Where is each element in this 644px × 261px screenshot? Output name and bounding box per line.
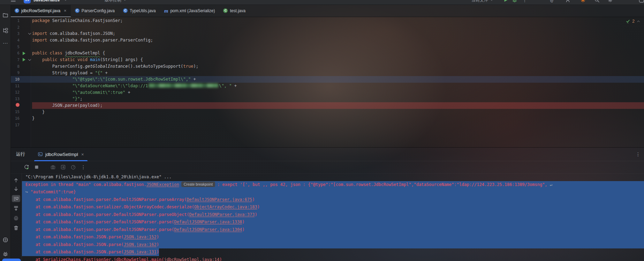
debug-button[interactable] bbox=[512, 0, 517, 4]
line-number: 17 bbox=[10, 123, 21, 127]
run-tool-window: 运行 jdbcRowSetImpl × ⋮ bbox=[10, 147, 644, 261]
run-line-icon[interactable] bbox=[23, 58, 25, 61]
line-number: 6 bbox=[10, 51, 21, 55]
tab-label: jdbcRowSetImpl.java bbox=[21, 8, 60, 13]
console-text: at com.alibaba.fastjson.parser.DefaultJS… bbox=[25, 212, 189, 217]
code-line-15: 15 } bbox=[10, 109, 644, 115]
console-text: ) bbox=[257, 204, 260, 209]
stop-button[interactable] bbox=[34, 164, 39, 170]
scroll-down-icon[interactable] bbox=[13, 186, 19, 192]
code-text: public class jdbcRowSetlmpl { bbox=[32, 50, 644, 57]
console-text: ) bbox=[157, 249, 159, 254]
stacktrace-link[interactable]: JSON.java:162 bbox=[124, 242, 157, 247]
code-line-4: 4import com.alibaba.fastjson.parser.Pars… bbox=[10, 37, 644, 44]
fold-chevron-icon[interactable] bbox=[28, 58, 31, 61]
stacktrace-link[interactable]: DefaultJSONParser.java:675 bbox=[187, 197, 252, 202]
chevron-up-icon[interactable] bbox=[636, 19, 641, 23]
close-tab-icon[interactable]: × bbox=[64, 8, 67, 13]
services-tool-icon[interactable] bbox=[0, 237, 10, 243]
run-config-selector[interactable]: 当前文件 bbox=[471, 0, 494, 4]
notification-pill[interactable] bbox=[2, 259, 21, 261]
tab-ParserConfig.java[interactable]: CParserConfig.java bbox=[71, 5, 119, 17]
console-line-9: at com.alibaba.fastjson.JSON.parse(JSON.… bbox=[22, 233, 644, 241]
console-line-8: at com.alibaba.fastjson.parser.DefaultJS… bbox=[22, 226, 644, 234]
code-text: } bbox=[32, 109, 644, 115]
notifications-icon[interactable] bbox=[580, 0, 586, 4]
run-tab[interactable]: jdbcRowSetImpl × bbox=[34, 148, 88, 161]
run-line-icon[interactable] bbox=[23, 52, 25, 55]
console-text: at com.alibaba.fastjson.parser.DefaultJS… bbox=[25, 197, 187, 202]
project-tool-icon[interactable] bbox=[0, 12, 10, 18]
close-run-tab-icon[interactable]: × bbox=[81, 152, 84, 157]
debug-tool-icon[interactable] bbox=[0, 251, 10, 257]
add-collaborator-icon[interactable] bbox=[566, 0, 571, 4]
project-widget[interactable]: JavaSerialize bbox=[33, 0, 60, 4]
tab-label: TypeUtils.java bbox=[130, 8, 156, 13]
structure-tool-icon[interactable] bbox=[0, 28, 10, 33]
tab-TypeUtils.java[interactable]: CTypeUtils.java bbox=[119, 5, 160, 17]
editor-tabs: CjdbcRowSetImpl.java×CParserConfig.javaC… bbox=[10, 5, 644, 17]
tab-jdbcRowSetImpl.java[interactable]: CjdbcRowSetImpl.java× bbox=[10, 5, 71, 17]
more-actions-icon[interactable]: ⋮ bbox=[522, 0, 527, 4]
console[interactable]: "C:\Program Files\Java\jdk-8\jdk1.8.0_20… bbox=[10, 173, 644, 261]
fold-chevron-icon[interactable] bbox=[28, 32, 31, 35]
console-text: ) bbox=[242, 227, 244, 232]
search-icon[interactable] bbox=[594, 0, 600, 4]
hamburger-menu-icon[interactable] bbox=[10, 0, 16, 4]
editor[interactable]: 1package SerializeChains.FastjsonSer;23i… bbox=[10, 17, 644, 147]
console-output[interactable]: "C:\Program Files\Java\jdk-8\jdk1.8.0_20… bbox=[22, 173, 644, 261]
run-config-label: 当前文件 bbox=[471, 0, 488, 3]
inspections-widget[interactable]: 2 bbox=[626, 19, 641, 24]
print-icon[interactable] bbox=[13, 215, 19, 221]
breakpoint-icon[interactable] bbox=[16, 103, 20, 107]
class-icon: C bbox=[15, 8, 19, 13]
clear-console-trash-icon[interactable] bbox=[13, 225, 19, 231]
screenshot-button[interactable] bbox=[50, 164, 56, 170]
project-name: JavaSerialize bbox=[33, 0, 60, 2]
stacktrace-link[interactable]: JSONException bbox=[146, 182, 179, 187]
vcs-label: 版本控制 bbox=[105, 0, 121, 3]
scroll-to-end-icon[interactable] bbox=[13, 206, 19, 211]
line-number: 15 bbox=[10, 110, 21, 114]
console-text: at com.alibaba.fastjson.serializer.Objec… bbox=[25, 204, 194, 209]
run-panel-options-icon[interactable]: ⋮ bbox=[636, 151, 641, 157]
rerun-button[interactable] bbox=[24, 164, 29, 170]
profiler-button[interactable] bbox=[70, 164, 76, 170]
settings-gear-icon[interactable] bbox=[607, 0, 613, 4]
console-text: ) bbox=[157, 242, 159, 247]
console-line-1: "C:\Program Files\Java\jdk-8\jdk1.8.0_20… bbox=[25, 173, 644, 181]
create-breakpoint-chip[interactable]: Create breakpoint bbox=[181, 181, 215, 187]
stacktrace-link[interactable]: DefaultJSONParser.java:1338 bbox=[174, 219, 242, 224]
stacktrace-link[interactable]: JSON.java:131 bbox=[124, 249, 157, 254]
vcs-widget[interactable]: 版本控制 bbox=[105, 0, 127, 4]
stacktrace-link[interactable]: jdbcRowSetlmpl.java:14 bbox=[164, 257, 219, 261]
code-line-12: 12 "\"autoCommit\":true" + bbox=[10, 89, 644, 96]
console-text: ) bbox=[255, 212, 257, 217]
open-in-editor-button[interactable] bbox=[60, 164, 66, 170]
line-number: 13 bbox=[10, 97, 21, 101]
at-mention-icon[interactable]: @ bbox=[550, 0, 553, 4]
code-line-7: 7 public static void main(String[] args)… bbox=[10, 57, 644, 63]
stacktrace-link[interactable]: DefaultJSONParser.java:1304 bbox=[174, 227, 242, 232]
soft-wrap-icon[interactable] bbox=[12, 195, 20, 202]
project-avatar[interactable]: JS bbox=[24, 0, 31, 3]
project-chevron-down-icon[interactable] bbox=[63, 0, 68, 4]
code-line-17: 17 bbox=[10, 122, 644, 128]
console-line-10: at com.alibaba.fastjson.JSON.parse(JSON.… bbox=[22, 241, 644, 249]
code-text: String payload = "{" + bbox=[32, 70, 644, 76]
code-text: ParserConfig.getGlobalInstance().setAuto… bbox=[32, 63, 644, 70]
stacktrace-link[interactable]: JSON.java:152 bbox=[124, 234, 157, 239]
console-more-options-icon[interactable]: ⋮ bbox=[81, 164, 86, 170]
code-text bbox=[32, 122, 644, 128]
run-button[interactable] bbox=[503, 0, 508, 4]
tab-test.java[interactable]: Ctest.java bbox=[219, 5, 250, 17]
fold-slot bbox=[27, 33, 32, 34]
code-line-6: 6public class jdbcRowSetlmpl { bbox=[10, 50, 644, 57]
line-number: 3 bbox=[10, 31, 21, 36]
stacktrace-link[interactable]: ObjectArrayCodec.java:183 bbox=[194, 204, 257, 209]
tab-pom.xml-JavaSerialize-[interactable]: mpom.xml (JavaSerialize) bbox=[160, 5, 219, 17]
stacktrace-link[interactable]: DefaultJSONParser.java:373 bbox=[189, 212, 255, 217]
more-tool-windows-icon[interactable]: ⋯ bbox=[0, 40, 10, 46]
scroll-up-icon[interactable] bbox=[13, 178, 19, 183]
window-widget-icon[interactable] bbox=[639, 0, 644, 4]
